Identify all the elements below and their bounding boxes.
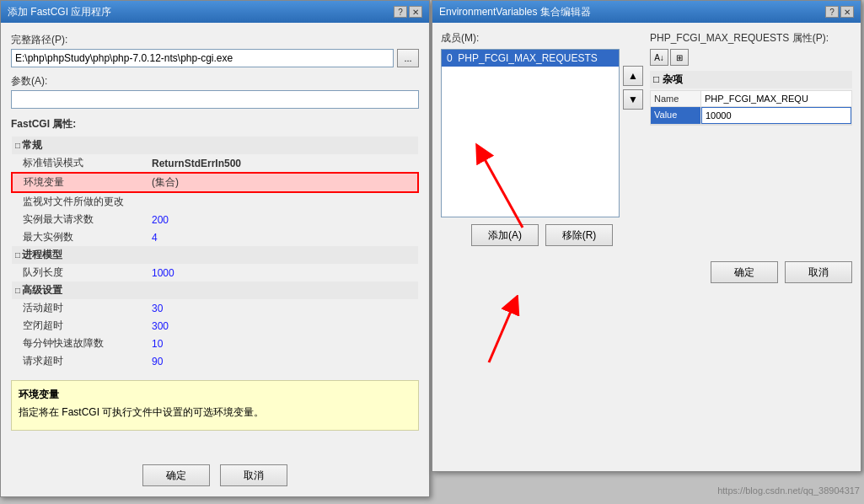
expand-icon-general: □: [15, 141, 20, 150]
prop-group-misc: □ 杂项: [650, 71, 852, 88]
prop-name-req-timeout: 请求超时: [12, 352, 147, 370]
prop-value-active-timeout: 30: [147, 299, 418, 317]
prop-value-req-timeout: 90: [147, 352, 418, 370]
prop-row-maxinst[interactable]: 最大实例数 4: [12, 228, 418, 246]
left-cancel-button[interactable]: 取消: [220, 464, 287, 486]
prop-sort-category-button[interactable]: ⊞: [670, 49, 689, 66]
members-label: 成员(M):: [441, 31, 643, 46]
prop-value-label: Value: [651, 107, 701, 124]
prop-row-queue[interactable]: 队列长度 1000: [12, 264, 418, 281]
prop-row-value[interactable]: Value 10000: [651, 107, 851, 125]
prop-value-maxreq: 200: [147, 211, 418, 228]
prop-name-stderr: 标准错误模式: [12, 154, 147, 173]
prop-table: Name PHP_FCGI_MAX_REQU Value 10000: [650, 90, 852, 126]
right-body: 成员(M): 0 PHP_FCGI_MAX_REQUESTS ▲ ▼ 添加(A)…: [432, 23, 861, 255]
member-item-0[interactable]: 0 PHP_FCGI_MAX_REQUESTS: [442, 50, 619, 67]
prop-toolbar: A↓ ⊞: [650, 49, 852, 66]
prop-name-label: Name: [651, 91, 701, 106]
prop-name-env: 环境变量: [12, 173, 147, 192]
watermark: https://blog.csdn.net/qq_38904317: [717, 485, 860, 496]
right-titlebar: EnvironmentVariables 集合编辑器 ? ✕: [432, 1, 861, 23]
group-header-advanced: □高级设置: [12, 281, 418, 299]
group-header-process: □进程模型: [12, 246, 418, 264]
left-titlebar-buttons: ? ✕: [394, 6, 422, 18]
members-list-row: 0 PHP_FCGI_MAX_REQUESTS ▲ ▼: [441, 49, 643, 217]
info-box: 环境变量 指定将在 FastCGI 可执行文件中设置的可选环境变量。: [11, 380, 419, 431]
params-input[interactable]: [11, 90, 419, 109]
prop-value-queue: 1000: [147, 264, 418, 281]
prop-name-maxinst: 最大实例数: [12, 228, 147, 246]
right-close-button[interactable]: ✕: [840, 6, 854, 18]
params-field-row: 参数(A):: [11, 74, 419, 109]
path-field-row: 完整路径(P): ...: [11, 33, 419, 67]
list-arrow-buttons: ▲ ▼: [623, 49, 643, 217]
left-body: 完整路径(P): ... 参数(A): FastCGI 属性: □常规 标准错误…: [1, 23, 429, 441]
prop-row-active-timeout[interactable]: 活动超时 30: [12, 299, 418, 317]
group-header-general: □常规: [12, 137, 418, 154]
expand-icon-process: □: [15, 250, 20, 260]
help-button[interactable]: ?: [394, 6, 407, 18]
right-titlebar-buttons: ? ✕: [825, 6, 854, 18]
right-dialog: EnvironmentVariables 集合编辑器 ? ✕ 成员(M): 0 …: [432, 0, 861, 472]
right-confirm-button[interactable]: 确定: [711, 261, 778, 283]
prop-name-value: PHP_FCGI_MAX_REQU: [701, 91, 851, 106]
expand-icon-advanced: □: [15, 286, 20, 295]
prop-panel-content: A↓ ⊞ □ 杂项 Name PHP_FCGI_MAX_REQU Value 1…: [650, 49, 852, 126]
info-box-title: 环境变量: [19, 388, 411, 402]
prop-name-fault-rate: 每分钟快速故障数: [12, 335, 147, 352]
prop-value-monitor: [147, 192, 418, 211]
prop-row-stderr[interactable]: 标准错误模式 ReturnStdErrIn500: [12, 154, 418, 173]
members-list[interactable]: 0 PHP_FCGI_MAX_REQUESTS: [441, 49, 620, 217]
property-table: □常规 标准错误模式 ReturnStdErrIn500 环境变量 (集合) 监…: [11, 137, 419, 370]
right-help-button[interactable]: ?: [825, 6, 839, 18]
right-cancel-button[interactable]: 取消: [785, 261, 852, 283]
remove-button[interactable]: 移除(R): [545, 224, 613, 246]
close-button[interactable]: ✕: [409, 6, 422, 18]
props-panel: PHP_FCGI_MAX_REQUESTS 属性(P): A↓ ⊞ □ 杂项 N…: [650, 31, 852, 246]
add-button[interactable]: 添加(A): [471, 224, 539, 246]
prop-value-maxinst: 4: [147, 228, 418, 246]
prop-row-maxreq[interactable]: 实例最大请求数 200: [12, 211, 418, 228]
prop-row-req-timeout[interactable]: 请求超时 90: [12, 352, 418, 370]
prop-row-monitor[interactable]: 监视对文件所做的更改: [12, 192, 418, 211]
prop-name-monitor: 监视对文件所做的更改: [12, 192, 147, 211]
browse-button[interactable]: ...: [397, 49, 419, 67]
move-up-button[interactable]: ▲: [623, 66, 643, 86]
prop-value-stderr: ReturnStdErrIn500: [147, 154, 418, 173]
prop-value-idle-timeout: 300: [147, 317, 418, 335]
path-input[interactable]: [11, 49, 394, 67]
prop-value-fault-rate: 10: [147, 335, 418, 352]
left-confirm-button[interactable]: 确定: [142, 464, 210, 486]
path-input-row: ...: [11, 49, 419, 67]
left-title: 添加 FastCGI 应用程序: [8, 5, 111, 19]
left-footer: 确定 取消: [1, 464, 429, 486]
members-panel: 成员(M): 0 PHP_FCGI_MAX_REQUESTS ▲ ▼ 添加(A)…: [441, 31, 643, 246]
move-down-button[interactable]: ▼: [623, 89, 643, 110]
info-box-text: 指定将在 FastCGI 可执行文件中设置的可选环境变量。: [19, 405, 411, 420]
list-footer: 添加(A) 移除(R): [441, 224, 643, 246]
prop-name-maxreq: 实例最大请求数: [12, 211, 147, 228]
right-title: EnvironmentVariables 集合编辑器: [439, 5, 591, 19]
prop-row-env[interactable]: 环境变量 (集合): [12, 173, 418, 192]
prop-sort-az-button[interactable]: A↓: [650, 49, 668, 66]
left-dialog: 添加 FastCGI 应用程序 ? ✕ 完整路径(P): ... 参数(A): …: [0, 0, 430, 497]
params-label: 参数(A):: [11, 74, 419, 88]
right-content: 成员(M): 0 PHP_FCGI_MAX_REQUESTS ▲ ▼ 添加(A)…: [441, 31, 852, 246]
right-footer: 确定 取消: [432, 261, 861, 283]
path-label: 完整路径(P):: [11, 33, 419, 47]
left-titlebar: 添加 FastCGI 应用程序 ? ✕: [1, 1, 429, 23]
props-label: PHP_FCGI_MAX_REQUESTS 属性(P):: [650, 31, 852, 46]
prop-name-idle-timeout: 空闭超时: [12, 317, 147, 335]
prop-value-env: (集合): [147, 173, 418, 192]
fastcgi-label: FastCGI 属性:: [11, 117, 419, 131]
prop-row-fault-rate[interactable]: 每分钟快速故障数 10: [12, 335, 418, 352]
prop-name-queue: 队列长度: [12, 264, 147, 281]
prop-row-name[interactable]: Name PHP_FCGI_MAX_REQU: [651, 91, 851, 107]
prop-row-idle-timeout[interactable]: 空闭超时 300: [12, 317, 418, 335]
prop-value-input-display[interactable]: 10000: [701, 107, 851, 124]
prop-name-active-timeout: 活动超时: [12, 299, 147, 317]
